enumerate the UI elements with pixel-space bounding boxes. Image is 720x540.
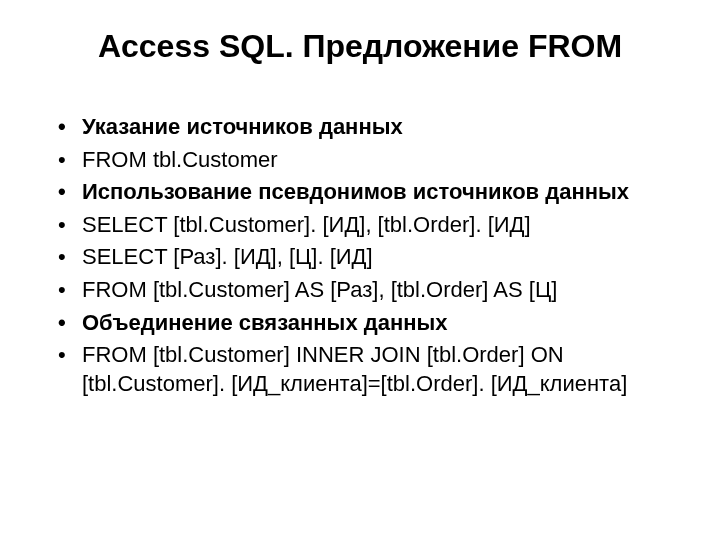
slide-title: Access SQL. Предложение FROM [40, 28, 680, 65]
list-item: FROM [tbl.Customer] INNER JOIN [tbl.Orde… [58, 341, 680, 398]
list-item: Объединение связанных данных [58, 309, 680, 338]
list-item: SELECT [Раз]. [ИД], [Ц]. [ИД] [58, 243, 680, 272]
list-item: Использование псевдонимов источников дан… [58, 178, 680, 207]
list-item: Указание источников данных [58, 113, 680, 142]
list-item: FROM [tbl.Customer] AS [Раз], [tbl.Order… [58, 276, 680, 305]
list-item: FROM tbl.Customer [58, 146, 680, 175]
bullet-list: Указание источников данных FROM tbl.Cust… [40, 113, 680, 398]
list-item: SELECT [tbl.Customer]. [ИД], [tbl.Order]… [58, 211, 680, 240]
